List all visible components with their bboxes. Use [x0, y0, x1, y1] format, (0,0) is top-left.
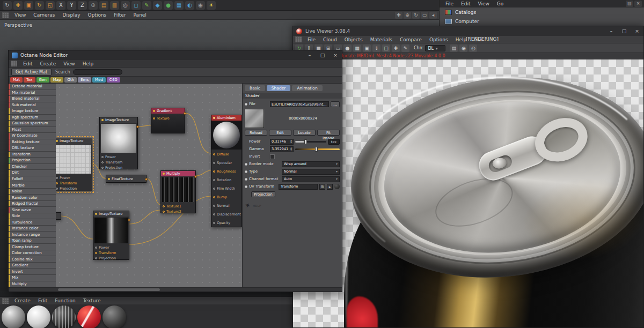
- node-list-item[interactable]: Octane material: [9, 84, 56, 90]
- uv-preview-icon[interactable]: [334, 184, 340, 189]
- node-list-item[interactable]: Side: [9, 213, 56, 220]
- render-picture-viewer-icon[interactable]: ▥: [110, 1, 119, 10]
- power-slider[interactable]: [295, 141, 326, 143]
- browser-menu-item[interactable]: Edit: [457, 1, 474, 6]
- file-action-button[interactable]: Edit: [269, 130, 291, 136]
- browser-menu-item[interactable]: View: [474, 1, 493, 6]
- film-settings-icon[interactable]: ▤: [450, 44, 458, 52]
- browser-mode-icon[interactable]: ▤: [626, 1, 633, 7]
- node-editor-menu-item[interactable]: Create: [36, 61, 60, 66]
- node-port[interactable]: Transform: [93, 250, 129, 256]
- node-list-item[interactable]: Multiply: [9, 281, 56, 288]
- node-list-item[interactable]: Instance range: [9, 232, 56, 238]
- sphere-generator-icon[interactable]: ●: [164, 1, 173, 10]
- spinner-arrows-icon[interactable]: ▲▼: [290, 139, 292, 144]
- output-port-dot[interactable]: [184, 112, 186, 115]
- power-texture-button[interactable]: tex: [328, 139, 340, 145]
- panel-grid-icon[interactable]: [11, 61, 17, 66]
- node-list-item[interactable]: Image texture: [9, 108, 56, 115]
- frame-tool-icon[interactable]: ▣: [24, 1, 33, 10]
- node-list-item[interactable]: Sine wave: [9, 207, 56, 213]
- material-input-port[interactable]: Rotation: [211, 176, 241, 184]
- node-port[interactable]: Projection: [100, 165, 137, 170]
- render-output[interactable]: [293, 59, 643, 327]
- node-list-item[interactable]: Mix: [9, 275, 56, 281]
- material-menu-item[interactable]: Function: [51, 298, 79, 303]
- node-list-item[interactable]: Color correction: [9, 250, 56, 257]
- viewport-menu-item[interactable]: Panel: [130, 12, 150, 18]
- output-port-dot[interactable]: [128, 219, 130, 221]
- node-imagetexture-1[interactable]: ImageTexture PowerTransformProjection: [56, 138, 92, 191]
- zoom-view-icon[interactable]: ⊕: [404, 12, 411, 19]
- tab-oth[interactable]: Oth: [64, 77, 77, 83]
- node-editor-titlebar[interactable]: Octane Node Editor – □ ×: [9, 50, 342, 60]
- node-list-item[interactable]: Projection: [9, 158, 56, 164]
- node-list-item[interactable]: Transform: [9, 152, 56, 158]
- slider-knob[interactable]: [315, 147, 318, 152]
- rotate-view-icon[interactable]: ↻: [412, 12, 420, 19]
- picture-viewer-icon[interactable]: ▣: [363, 44, 371, 52]
- param-dot-icon[interactable]: [245, 170, 247, 173]
- material-menu-item[interactable]: Edit: [34, 298, 51, 303]
- pen-spline-icon[interactable]: ✎: [142, 1, 151, 10]
- browser-menu-item[interactable]: Go: [493, 1, 507, 6]
- node-port[interactable]: Texture1: [161, 204, 195, 209]
- node-port[interactable]: Texture: [151, 116, 185, 121]
- move-tool-icon[interactable]: ✚: [13, 1, 23, 10]
- render-settings-icon[interactable]: ◎: [121, 1, 130, 10]
- channel-dropdown[interactable]: DL▾: [425, 45, 445, 51]
- viewport-menu-item[interactable]: Options: [84, 12, 111, 18]
- scale-tool-icon[interactable]: ◱: [46, 1, 55, 10]
- node-editor-menu-item[interactable]: Edit: [19, 61, 36, 66]
- camera-settings-icon[interactable]: ◉: [459, 44, 467, 52]
- browser-item-catalogs[interactable]: Catalogs: [440, 8, 644, 17]
- light-icon[interactable]: ☀: [207, 1, 216, 10]
- node-editor-menu-item[interactable]: Help: [79, 61, 98, 66]
- node-list-item[interactable]: Mix material: [9, 90, 56, 96]
- live-viewer-menu-item[interactable]: Materials: [367, 37, 396, 42]
- horizontal-scrollbar[interactable]: [9, 287, 342, 292]
- close-button[interactable]: ×: [631, 26, 643, 36]
- camera-icon[interactable]: ◉: [196, 1, 205, 10]
- material-input-port[interactable]: Bump: [211, 193, 241, 202]
- render-view-icon[interactable]: ▤: [99, 1, 108, 10]
- material-preview[interactable]: [103, 305, 126, 328]
- viewer-settings-icon[interactable]: ◎: [469, 44, 477, 52]
- power-value-field[interactable]: 0.31746 ▲▼: [270, 139, 294, 145]
- viewport-menu-item[interactable]: Cameras: [30, 12, 58, 18]
- node-graph-canvas[interactable]: ImageTexture PowerTransformProjection Im…: [56, 84, 242, 287]
- uv-grid-icon[interactable]: ⊞: [319, 184, 325, 190]
- tab-mat[interactable]: Mat: [10, 77, 23, 83]
- file-action-button[interactable]: Fit Image: [317, 130, 340, 136]
- node-list-item[interactable]: Marble: [9, 182, 56, 189]
- live-viewer-menu-item[interactable]: Options: [426, 37, 452, 42]
- node-list-item[interactable]: Random color: [9, 195, 56, 201]
- texture-thumbnail[interactable]: [245, 109, 264, 128]
- panel-grid-icon[interactable]: [295, 36, 302, 42]
- node-port[interactable]: Transform: [56, 181, 92, 186]
- axis-y-button[interactable]: Y: [67, 1, 76, 10]
- search-input[interactable]: [73, 69, 122, 75]
- subsample-icon[interactable]: ▦: [353, 44, 361, 52]
- tab-gen[interactable]: Gen: [36, 77, 49, 83]
- file-action-button[interactable]: Locate: [293, 130, 316, 136]
- node-imagetexture-3[interactable]: ImageTexture PowerTransformProjection: [93, 211, 129, 260]
- coord-system-icon[interactable]: ⊕: [89, 1, 98, 10]
- spinner-arrows-icon[interactable]: ▲▼: [290, 147, 292, 151]
- node-list-item[interactable]: Blend material: [9, 96, 56, 102]
- node-list-item[interactable]: Turbulence: [9, 219, 56, 226]
- material-input-port[interactable]: Film Width: [211, 184, 241, 193]
- material-menu-item[interactable]: Texture: [79, 298, 105, 303]
- viewport-label[interactable]: Perspective: [4, 23, 32, 28]
- minimize-button[interactable]: –: [303, 50, 316, 60]
- node-multiply[interactable]: Multiply Texture1Texture2: [160, 170, 196, 213]
- help-label[interactable]: HELP: [253, 204, 261, 207]
- tab-tex[interactable]: Tex: [24, 77, 35, 83]
- gamma-slider[interactable]: [295, 148, 340, 150]
- maximize-button[interactable]: □: [316, 50, 329, 60]
- param-dot-icon[interactable]: [245, 163, 247, 166]
- get-active-mat-button[interactable]: Get Active Mat: [11, 69, 52, 76]
- material-input-port[interactable]: Roughness: [211, 167, 241, 176]
- browser-menu-item[interactable]: File: [442, 1, 457, 6]
- node-imagetexture-2[interactable]: ImageTexture PowerTransformProjection: [99, 117, 138, 169]
